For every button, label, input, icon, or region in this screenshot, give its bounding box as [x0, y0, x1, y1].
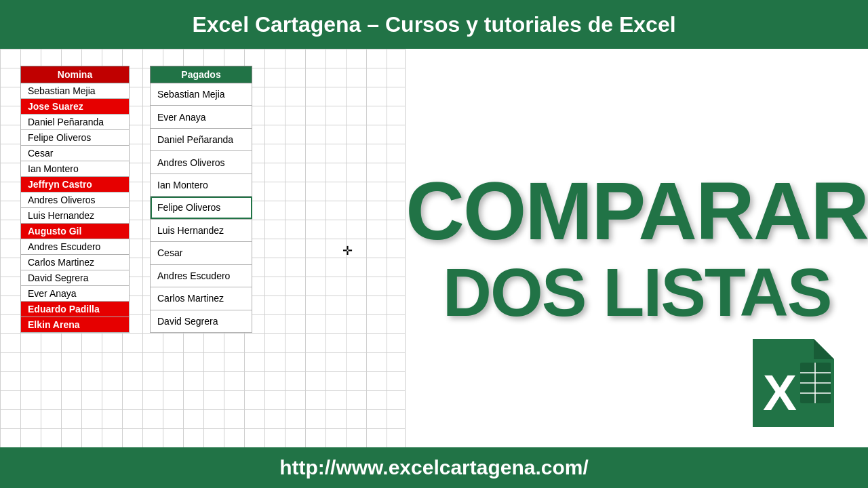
pagados-row[interactable]: Daniel Peñaranda	[151, 128, 252, 150]
nomina-row[interactable]: Cesar	[21, 146, 130, 161]
nomina-row[interactable]: Ever Anaya	[21, 286, 130, 302]
nomina-row[interactable]: Ian Montero	[21, 161, 130, 177]
pagados-row[interactable]: David Segrera	[151, 310, 252, 332]
top-banner-text: Excel Cartagena – Cursos y tutoriales de…	[192, 12, 675, 37]
svg-marker-1	[814, 339, 834, 359]
pagados-row[interactable]: Andres Escudero	[151, 264, 252, 287]
pagados-header: Pagados	[151, 66, 252, 83]
nomina-row[interactable]: Jeffryn Castro	[21, 177, 130, 192]
pagados-row[interactable]: Ever Anaya	[151, 106, 252, 128]
pagados-table: Pagados Sebastian MejiaEver AnayaDaniel …	[150, 66, 252, 333]
nomina-row[interactable]: Andres Oliveros	[21, 192, 130, 208]
dos-listas-title: DOS LISTAS	[443, 258, 831, 326]
excel-logo: X	[739, 332, 848, 434]
nomina-row[interactable]: Jose Suarez	[21, 99, 130, 115]
pagados-row[interactable]: Felipe Oliveros	[151, 197, 252, 219]
nomina-row[interactable]: Luis Hernandez	[21, 208, 130, 224]
nomina-row[interactable]: Eduardo Padilla	[21, 302, 130, 317]
tables-container: Nomina Sebastian MejiaJose SuarezDaniel …	[7, 56, 398, 343]
nomina-row[interactable]: Elkin Arena	[21, 317, 130, 333]
excel-logo-svg: X	[739, 332, 848, 434]
nomina-row[interactable]: Felipe Oliveros	[21, 130, 130, 146]
main-area: Nomina Sebastian MejiaJose SuarezDaniel …	[0, 49, 868, 447]
pagados-row[interactable]: Andres Oliveros	[151, 151, 252, 174]
pagados-row[interactable]: Ian Montero	[151, 174, 252, 196]
nomina-row[interactable]: Daniel Peñaranda	[21, 115, 130, 130]
nomina-row[interactable]: Carlos Martinez	[21, 255, 130, 270]
pagados-row[interactable]: Carlos Martinez	[151, 287, 252, 310]
nomina-table: Nomina Sebastian MejiaJose SuarezDaniel …	[20, 66, 130, 333]
pagados-row[interactable]: Luis Hernandez	[151, 219, 252, 241]
spreadsheet-area: Nomina Sebastian MejiaJose SuarezDaniel …	[0, 49, 406, 447]
top-banner: Excel Cartagena – Cursos y tutoriales de…	[0, 0, 868, 49]
comparar-title: COMPARAR	[406, 170, 868, 251]
pagados-row[interactable]: Cesar	[151, 242, 252, 264]
nomina-row[interactable]: Augusto Gil	[21, 224, 130, 239]
nomina-row[interactable]: David Segrera	[21, 270, 130, 286]
nomina-row[interactable]: Sebastian Mejia	[21, 83, 130, 99]
pagados-row[interactable]: Sebastian Mejia	[151, 83, 252, 106]
bottom-banner-text: http://www.excelcartagena.com/	[279, 456, 589, 479]
bottom-banner: http://www.excelcartagena.com/	[0, 447, 868, 488]
svg-text:X: X	[763, 364, 797, 421]
nomina-header: Nomina	[21, 66, 130, 83]
nomina-row[interactable]: Andres Escudero	[21, 239, 130, 255]
right-area: COMPARAR DOS LISTAS X	[406, 49, 868, 447]
